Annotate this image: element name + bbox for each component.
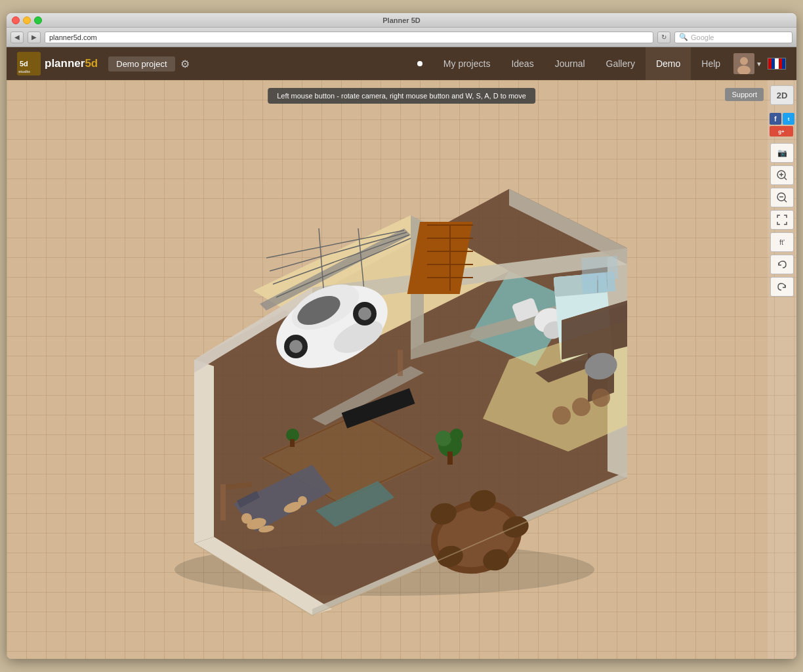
nav-demo[interactable]: Demo (646, 47, 691, 80)
svg-rect-84 (581, 256, 619, 281)
svg-point-65 (552, 406, 571, 425)
settings-button[interactable]: ⚙ (180, 58, 190, 70)
language-flag[interactable] (768, 58, 786, 70)
fullscreen-button[interactable] (770, 210, 794, 230)
nav-bar: 5d studio planner5d Demo project ⚙ My pr… (7, 47, 796, 80)
mode-2d-button[interactable]: 2D (770, 85, 794, 105)
window-controls (12, 16, 42, 24)
svg-point-32 (289, 340, 302, 353)
close-button[interactable] (12, 16, 20, 24)
minimize-button[interactable] (23, 16, 31, 24)
floor-plan (129, 163, 627, 622)
svg-rect-81 (220, 484, 226, 520)
zoom-out-icon (776, 192, 788, 203)
back-button[interactable]: ◀ (10, 32, 24, 43)
support-button[interactable]: Support (725, 88, 764, 101)
nav-separator (417, 61, 422, 66)
twitter-button[interactable]: t (783, 113, 794, 125)
nav-my-projects[interactable]: My projects (433, 47, 501, 80)
svg-rect-80 (290, 439, 295, 447)
svg-text:studio: studio (18, 70, 30, 74)
svg-line-93 (784, 200, 787, 202)
zoom-in-icon (776, 169, 788, 181)
svg-point-4 (740, 57, 748, 65)
search-icon: 🔍 (679, 33, 688, 41)
right-sidebar: 2D f t g+ 📷 (768, 80, 796, 659)
browser-window: Planner 5D ◀ ▶ planner5d.com ↻ 🔍 Google … (7, 13, 796, 659)
zoom-out-button[interactable] (770, 188, 794, 207)
url-text: planner5d.com (49, 33, 97, 41)
browser-titlebar: Planner 5D (7, 13, 796, 28)
svg-rect-83 (398, 350, 403, 376)
browser-title: Planner 5D (382, 16, 420, 24)
avatar-dropdown[interactable]: ▼ (756, 60, 762, 68)
address-bar[interactable]: planner5d.com (45, 32, 653, 43)
svg-rect-78 (447, 452, 453, 465)
forward-button[interactable]: ▶ (28, 32, 41, 43)
svg-point-67 (592, 388, 610, 407)
maximize-button[interactable] (34, 16, 42, 24)
svg-point-58 (298, 496, 307, 505)
nav-links: My projects Ideas Journal Gallery Demo H… (433, 47, 731, 80)
redo-button[interactable] (770, 277, 794, 297)
project-name[interactable]: Demo project (108, 56, 175, 72)
user-avatar[interactable] (733, 53, 754, 74)
logo-icon: 5d studio (17, 52, 41, 75)
redo-icon (776, 281, 788, 293)
logo[interactable]: 5d studio planner5d (17, 52, 98, 75)
svg-point-77 (450, 429, 463, 442)
logo-text: planner5d (45, 57, 98, 70)
search-placeholder: Google (691, 33, 714, 41)
nav-ideas[interactable]: Ideas (501, 47, 544, 80)
nav-help[interactable]: Help (691, 47, 731, 80)
undo-icon (776, 259, 788, 270)
camera-icon: 📷 (777, 148, 787, 158)
browser-toolbar: ◀ ▶ planner5d.com ↻ 🔍 Google (7, 28, 796, 47)
svg-line-90 (784, 177, 787, 180)
units-button[interactable]: ft' (770, 232, 794, 252)
google-plus-button[interactable]: g+ (770, 126, 793, 136)
search-bar[interactable]: 🔍 Google (674, 32, 793, 43)
svg-point-34 (358, 307, 371, 320)
app-content: 5d studio planner5d Demo project ⚙ My pr… (7, 47, 796, 659)
undo-button[interactable] (770, 255, 794, 274)
svg-text:5d: 5d (20, 60, 28, 68)
svg-point-55 (241, 513, 252, 524)
floor-plan-svg (129, 163, 627, 622)
viewport[interactable]: Left mouse button - rotate camera, right… (7, 80, 796, 659)
tooltip: Left mouse button - rotate camera, right… (268, 88, 535, 104)
svg-marker-10 (194, 360, 214, 543)
refresh-button[interactable]: ↻ (657, 32, 670, 43)
svg-point-66 (572, 398, 590, 416)
fullscreen-icon (776, 214, 788, 226)
nav-journal[interactable]: Journal (545, 47, 596, 80)
nav-gallery[interactable]: Gallery (596, 47, 646, 80)
facebook-button[interactable]: f (770, 113, 781, 125)
screenshot-button[interactable]: 📷 (770, 143, 794, 163)
zoom-in-button[interactable] (770, 165, 794, 185)
svg-point-76 (436, 430, 451, 446)
